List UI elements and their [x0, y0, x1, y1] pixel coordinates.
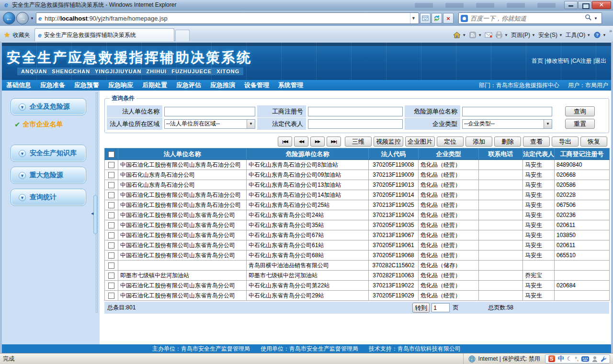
nav-item[interactable]: 后期处置 [142, 81, 167, 90]
banner-link[interactable]: CA注册 [572, 57, 592, 64]
column-header[interactable]: 企业类型 [419, 148, 479, 160]
column-header[interactable]: 法人单位名称 [118, 148, 247, 160]
close-button[interactable]: ✕ [592, 1, 611, 9]
row-checkbox[interactable] [108, 273, 114, 279]
compatibility-view-icon[interactable] [420, 13, 431, 23]
row-checkbox[interactable] [108, 252, 114, 259]
nav-item[interactable]: 系统管理 [278, 81, 303, 90]
enterprise-type-select[interactable]: --企业类型-- ▼ [462, 119, 552, 129]
sogou-icon[interactable]: S [548, 355, 555, 362]
ime-settings-wrench-icon[interactable] [601, 356, 607, 362]
new-tab-stub[interactable] [175, 30, 190, 41]
search-input[interactable] [470, 15, 584, 22]
column-header[interactable]: 法人代码 [369, 148, 419, 160]
nav-item[interactable]: 应急响应 [108, 81, 133, 90]
sidebar-group-major-hazard[interactable]: ▼ 重大危险源 [11, 167, 86, 184]
toolbar-overflow-chevron[interactable]: » [609, 28, 612, 34]
row-checkbox[interactable] [108, 293, 114, 299]
row-checkbox[interactable] [108, 283, 114, 289]
ime-keyboard-icon[interactable] [581, 356, 589, 362]
nav-item[interactable]: 应急推演 [210, 81, 235, 90]
tools-menu[interactable]: 工具(O)▼ [566, 31, 590, 39]
reg-no-input[interactable] [308, 107, 403, 116]
pager-button[interactable]: |◀◀ [278, 136, 292, 147]
feeds-button[interactable]: ▼ [469, 32, 482, 38]
toolbar-button[interactable]: 添加 [465, 136, 492, 147]
row-checkbox[interactable] [108, 202, 114, 208]
browser-tab[interactable]: e 安全生产应急救援指挥辅助决策系统 [34, 28, 174, 41]
pager-button[interactable]: ▶▶| [327, 136, 341, 147]
row-checkbox[interactable] [108, 192, 114, 198]
sidebar-group-safety-knowledge[interactable]: ▼ 安全生产知识库 [11, 145, 86, 162]
legal-rep-input[interactable] [308, 119, 403, 129]
search-box[interactable]: ▼ [458, 12, 602, 24]
toolbar-button[interactable]: 视频监控 [374, 136, 403, 147]
home-button[interactable]: ▼ [453, 32, 466, 38]
row-checkbox[interactable] [108, 162, 114, 168]
search-button[interactable]: 查询 [565, 106, 595, 116]
print-button[interactable]: ▼ [495, 32, 508, 38]
stop-icon[interactable]: × [443, 13, 454, 23]
mail-button[interactable] [485, 32, 492, 38]
ime-fullwidth-icon[interactable]: ☾ [567, 355, 572, 362]
row-checkbox[interactable] [108, 242, 114, 249]
maximize-button[interactable] [578, 1, 591, 9]
sidebar-collapse-handle[interactable]: ◀ [93, 195, 97, 234]
pager-button[interactable]: ◀◀ [294, 136, 308, 147]
search-magnifier-icon[interactable] [585, 14, 591, 23]
toolbar-button[interactable]: 导出 [552, 136, 579, 147]
toolbar-button[interactable]: 查看 [523, 136, 550, 147]
back-button[interactable]: ← [3, 12, 15, 24]
banner-link[interactable]: 首页 [532, 57, 543, 64]
column-header[interactable]: 法定代表人 [523, 148, 555, 160]
search-dropdown-icon[interactable]: ▼ [594, 16, 598, 21]
column-header[interactable]: 联系电话 [479, 148, 523, 160]
forward-button[interactable]: → [16, 12, 29, 24]
row-checkbox[interactable] [108, 172, 114, 178]
sidebar-group-enterprise-hazard[interactable]: ▼ 企业及危险源 [11, 98, 86, 115]
page-number-input[interactable] [431, 303, 450, 312]
sidebar-item-citywide-enterprise-list[interactable]: ✔ 全市企业名单 [14, 120, 100, 129]
toolbar-button[interactable]: 定位 [437, 136, 464, 147]
security-menu[interactable]: 安全(S)▼ [538, 31, 563, 39]
nav-item[interactable]: 应急评估 [176, 81, 201, 90]
pager-button[interactable]: ▶▶ [310, 136, 325, 147]
row-checkbox[interactable] [108, 212, 114, 218]
ime-user-icon[interactable] [592, 356, 598, 362]
corp-name-input[interactable] [164, 107, 255, 116]
toolbar-button[interactable]: 三维 [345, 136, 372, 147]
page-menu[interactable]: 页面(P)▼ [511, 31, 535, 39]
row-checkbox[interactable] [108, 232, 114, 239]
reset-button[interactable]: 重置 [565, 119, 595, 129]
region-select[interactable]: --法人单位所在区域-- ▼ [164, 119, 255, 129]
banner-link[interactable]: 修改密码 [546, 57, 569, 64]
toolbar-button[interactable]: 删除 [494, 136, 521, 147]
minimize-button[interactable] [564, 1, 578, 9]
ime-punctuation-icon[interactable]: °, [575, 356, 579, 362]
nav-item[interactable]: 设备管理 [244, 81, 269, 90]
toolbar-button[interactable]: 企业图片 [405, 136, 435, 147]
nav-item[interactable]: 基础信息 [6, 81, 31, 90]
column-header[interactable]: 工商登记注册号 [555, 148, 610, 160]
ime-chinese-mode[interactable]: 中 [558, 354, 564, 363]
goto-page-button[interactable]: 转到 [412, 303, 430, 313]
url-text[interactable]: http://localhost:90/yjzh/frame/homepage.… [45, 15, 410, 22]
address-dropdown-icon[interactable]: ▼ [410, 13, 417, 23]
help-menu[interactable]: ? ▼ [593, 32, 606, 38]
toolbar-button[interactable]: 恢复 [580, 136, 607, 147]
nav-item[interactable]: 应急预警 [74, 81, 99, 90]
row-checkbox[interactable] [108, 222, 114, 228]
history-dropdown-icon[interactable]: ▼ [30, 16, 34, 21]
favorites-button[interactable]: ★ 收藏夹 [0, 29, 34, 41]
select-all-checkbox[interactable] [108, 151, 114, 158]
refresh-icon[interactable] [431, 13, 442, 23]
banner-link[interactable]: 退出 [595, 57, 606, 64]
nav-item[interactable]: 应急准备 [40, 81, 65, 90]
row-checkbox[interactable] [108, 182, 114, 188]
column-header[interactable]: 危险源单位名称 [247, 148, 369, 160]
table-cell: 中石化山东省青岛分公司61站 [247, 240, 369, 250]
hazard-name-input[interactable] [462, 107, 552, 116]
sidebar-group-query-statistics[interactable]: ▼ 查询统计 [11, 189, 86, 206]
row-checkbox[interactable] [108, 262, 114, 269]
address-field[interactable]: e http://localhost:90/yjzh/frame/homepag… [36, 12, 419, 24]
